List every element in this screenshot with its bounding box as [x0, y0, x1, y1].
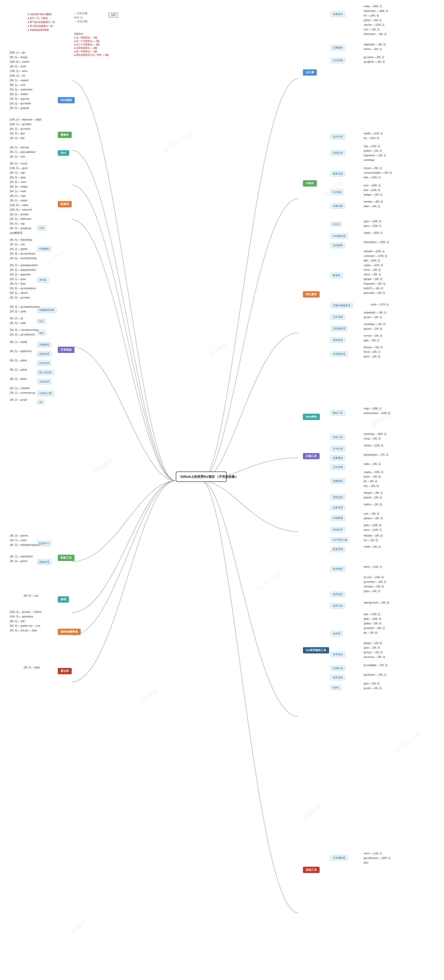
- leaf-gorm2: gorm — [2K, 3]: [363, 355, 381, 358]
- sub-df-text: 文本处理: [37, 379, 51, 384]
- leaf-boom: boom — [5K, 6]: [363, 475, 381, 478]
- leaf-consul: consul — [5K, 1]: [363, 166, 382, 170]
- sub-mw-kv: KV存储: [331, 189, 343, 195]
- leaf-gopacket: [2K, 2] — gopacket: [9, 273, 31, 276]
- leaf-negroni: [5K, 1] — negroni: [9, 79, 30, 82]
- leaf-redis-left: [5K, 1] — redis: [9, 189, 27, 193]
- leaf-httprouter: [10K, 2] — httprouter — 路由: [9, 118, 42, 122]
- leaf-kingchard: kingchard — [5K, 4]: [363, 282, 386, 285]
- leaf-machinery: machinery — [2K, 1]: [363, 154, 387, 157]
- leaf-revel: [3K, 4] — revel: [9, 65, 27, 68]
- leaf-qt: [5K, 2] — qt: [9, 317, 23, 320]
- leaf-goleveldb: goleveldb — [2K, 5]: [363, 291, 386, 294]
- leaf-kite: [2K, 3] — kite: [9, 136, 25, 140]
- leaf-goreplay: goreplay/gor — [7K, 1]: [363, 453, 389, 456]
- leaf-goputil: goputil — [2K, 2]: [363, 496, 382, 499]
- leaf-gofty: gofty — [10K, 5]: [363, 523, 382, 527]
- leaf-jvmgo: [2K, 4] — jvm-go — Java: [9, 629, 38, 632]
- leaf-gops2: gops — [25K, 2]: [363, 220, 382, 223]
- sub-gh-repl: REPL: [331, 685, 342, 690]
- leaf-fsnotify: [2K, 6] — fsnotify/fsnotify: [9, 256, 37, 260]
- center-label: Github上的优秀Go项目 （不完全收集）: [180, 475, 238, 479]
- sub-sa-cicd: CI/CD: [331, 222, 342, 226]
- leaf-cayley: cayley — [10K, 3]: [363, 264, 383, 267]
- leaf-govendor: govendor — [5K, 1]: [363, 626, 385, 630]
- leaf-tidb: tidb — [15K, 1]: [363, 259, 380, 262]
- leaf-frp: frp — [15K, 4]: [363, 136, 380, 140]
- leaf-gonuri: [2K, 2] — gonuri: [9, 559, 28, 563]
- sub-ct-httpclient: HTTP客户端: [331, 538, 349, 543]
- leaf-realize: realize — [2K, 3]: [363, 503, 382, 506]
- leaf-gb: gb — [2K, 6]: [363, 631, 378, 634]
- leaf-rastic: rastic — [5K, 1]: [363, 462, 381, 466]
- cat-dbleft: 数据库: [58, 201, 72, 207]
- leaf-graphql: [5K, 2] — graphql: [9, 106, 30, 110]
- cat-compilers: 编译器/解释器: [58, 629, 81, 635]
- leaf-sqlx: [5K, 4] — sqlx: [9, 171, 26, 174]
- leaf-distribution: distribution — [5K, 1]: [363, 32, 387, 36]
- explain-box: 说明: [109, 13, 118, 18]
- leaf-seesaw: seesaw — [5K, 5]: [363, 200, 383, 203]
- leaf-fjson: [2K, 2] — fjson: [9, 282, 27, 285]
- leaf-gitea: gitea — [10K, 1]: [363, 224, 382, 228]
- leaf-ws: [5K, 4] — websocket: [9, 88, 33, 91]
- leaf-dgraph: dgraph — [6K, 2]: [363, 277, 383, 281]
- leaf-grpcgo: [5K, 1] — grpc-go: [9, 146, 30, 149]
- leaf-wuzz: wuzz — [10K, 7]: [363, 528, 382, 531]
- sub-ct-confmgmt: 配置管理: [331, 547, 345, 552]
- cat-gohelper: Go程序辅助工具: [303, 647, 329, 654]
- leaf-pachyderm: [2K, 1] — pachyderm: [9, 555, 34, 558]
- leaf-protobuf-golang: [5K, 2] — golang/protobuf: [9, 264, 38, 267]
- leaf-telegraf: telegraf — [5K, 1]: [363, 491, 383, 495]
- leaf-go-micro: [5K, 1] — go-micro: [9, 127, 31, 130]
- leaf-gogithub: go-github — [5K, 4]: [363, 60, 385, 63]
- leaf-seaweedfs: seaweedfs — [5K, 1]: [363, 311, 387, 314]
- leaf-latio: latio — [10K, 1]: [363, 176, 381, 179]
- leaf-dep: dep — [10K, 2]: [363, 612, 381, 616]
- sub-gh-analysis: 程序分析: [331, 603, 345, 609]
- leaf-ferret: ferret — [2K, 1]: [363, 350, 381, 353]
- leaf-goreleaser: goreleaser — [5K, 1]: [363, 673, 387, 676]
- mind-map: 智普教育 Go语言中文网 技术干货 开源项目 智普教育 Go语言中文网 技术干货…: [0, 0, 444, 980]
- leaf-tormui: tor-mui — [10K, 4]: [363, 576, 384, 579]
- leaf-gopry: go-pry — [2K, 3]: [363, 686, 382, 690]
- leaf-gson: [1K, 1] — gson: [9, 277, 27, 281]
- leaf-googlepy: [5K, 2] — google-py: [9, 226, 32, 230]
- center-node: Github上的优秀Go项目 （不完全收集）: [176, 471, 227, 482]
- leaf-gops3: gops — [4K, 2]: [363, 589, 380, 593]
- leaf-protoactor: [2K, 1] — protoactor-go: [9, 391, 36, 394]
- leaf-mysql-left: [5K, 2] — mysql: [9, 162, 28, 165]
- leaf-gonum: [5K, 3] — gonum: [9, 534, 29, 537]
- leaf-k6: k6 — [5K, 2]: [363, 480, 378, 483]
- leaf-testify: [5K, 1] — testify: [9, 340, 28, 344]
- cat-algos: 算法库: [58, 668, 72, 674]
- leaf-vegeta: vegeta — [10K, 2]: [363, 470, 384, 474]
- leaf-go-kit: [10K, 1] — go-kit/kit: [9, 123, 32, 126]
- cat-othertools: 其他工具: [303, 867, 319, 873]
- leaf-go-metrics: go-metrics — [2K, 1]: [363, 580, 387, 583]
- leaf-uuls: uuls — [5K, 2]: [363, 512, 380, 515]
- leaf-goss: goss — [2K, 4]: [363, 646, 380, 649]
- legend-item-1: ● 代表项目 Star 的数量: [28, 13, 55, 16]
- leaf-jiompuf: [2K, 2] — jiompuf: [9, 213, 29, 216]
- sub-gh-pmon: 程序监控: [331, 592, 345, 597]
- leaf-gorestful: [2K, 2] — go-restful: [9, 102, 32, 105]
- sub-ct-sync: 同步工具: [331, 434, 345, 440]
- sub-df-codeparse: 代码解析: [37, 246, 51, 251]
- leaf-mkcert: mkcert — [10K, 2]: [363, 444, 384, 447]
- legend-right-label: → 右边元素: [74, 20, 88, 23]
- legend-item-2: ● 以 K（千）为单位: [28, 17, 55, 20]
- cat-microsvr: 微服务: [58, 132, 72, 138]
- leaf-rancher: rancher — [10K, 1]: [363, 23, 385, 26]
- leaf-grumpy: [10K, 5] — grumpy — Python: [9, 610, 42, 613]
- leaf-checkup: checkup — [2K, 4]: [363, 585, 384, 588]
- legend-item-3: ● 带'*'表示比此数量大一些: [28, 21, 55, 24]
- legend-bracket-label: ← 左边元素: [74, 11, 88, 15]
- sub-gh-publish: 程序发布: [331, 652, 345, 657]
- leaf-consul-template: consul-template — [5K, 2]: [363, 171, 393, 174]
- leaf-gosimplejson: [2K, 5] — go-simplejson: [9, 286, 36, 290]
- leaf-gethereum: get-ethereum — [20K, 1]: [363, 856, 391, 859]
- level-legend: 等级划分 ● 近一周更新过 — 1级 ● 近一个月更新过 — 2级 ● 近三个月…: [74, 32, 109, 57]
- leaf-nomad: nomad — [5K, 2]: [363, 334, 383, 337]
- leaf-hybridgroup: [2K, 2] — hybridgroup/gocc: [9, 543, 40, 546]
